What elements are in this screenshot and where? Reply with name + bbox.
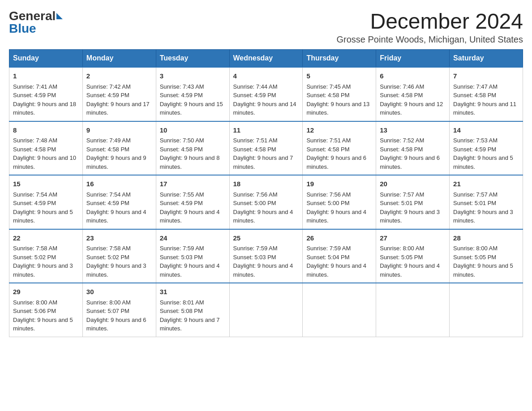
day-number: 23: [86, 233, 152, 244]
day-number: 17: [160, 179, 226, 189]
title-section: December 2024 Grosse Pointe Woods, Michi…: [336, 9, 523, 45]
day-cell: 15 Sunrise: 7:54 AMSunset: 4:59 PMDaylig…: [9, 175, 83, 229]
day-cell: 26 Sunrise: 7:59 AMSunset: 5:04 PMDaylig…: [303, 229, 376, 283]
day-number: 29: [13, 287, 79, 297]
day-info: Sunrise: 7:59 AMSunset: 5:03 PMDaylight:…: [160, 245, 220, 278]
day-cell: 30 Sunrise: 8:00 AMSunset: 5:07 PMDaylig…: [82, 283, 156, 337]
day-number: 26: [306, 233, 372, 244]
day-info: Sunrise: 7:50 AMSunset: 4:58 PMDaylight:…: [160, 137, 220, 170]
day-number: 2: [86, 71, 152, 81]
day-cell: 10 Sunrise: 7:50 AMSunset: 4:58 PMDaylig…: [156, 121, 229, 176]
day-cell: 6 Sunrise: 7:46 AMSunset: 4:58 PMDayligh…: [376, 67, 450, 121]
day-info: Sunrise: 7:41 AMSunset: 4:59 PMDaylight:…: [13, 83, 76, 116]
week-row-5: 29 Sunrise: 8:00 AMSunset: 5:06 PMDaylig…: [9, 283, 523, 337]
day-number: 20: [380, 179, 446, 189]
day-info: Sunrise: 7:55 AMSunset: 4:59 PMDaylight:…: [160, 191, 220, 224]
day-cell: 13 Sunrise: 7:52 AMSunset: 4:58 PMDaylig…: [376, 121, 450, 176]
day-number: 7: [453, 71, 519, 81]
day-info: Sunrise: 7:57 AMSunset: 5:01 PMDaylight:…: [453, 191, 513, 224]
header-row: Sunday Monday Tuesday Wednesday Thursday…: [9, 50, 523, 68]
day-cell: 16 Sunrise: 7:54 AMSunset: 4:59 PMDaylig…: [82, 175, 156, 229]
day-info: Sunrise: 8:00 AMSunset: 5:05 PMDaylight:…: [453, 245, 513, 278]
calendar-table: Sunday Monday Tuesday Wednesday Thursday…: [9, 49, 523, 337]
day-info: Sunrise: 7:43 AMSunset: 4:59 PMDaylight:…: [160, 83, 223, 116]
day-number: 11: [233, 125, 299, 136]
day-number: 22: [13, 233, 79, 244]
day-info: Sunrise: 7:56 AMSunset: 5:00 PMDaylight:…: [306, 191, 366, 224]
day-info: Sunrise: 7:58 AMSunset: 5:02 PMDaylight:…: [86, 245, 146, 278]
month-title: December 2024: [336, 9, 523, 34]
week-row-4: 22 Sunrise: 7:58 AMSunset: 5:02 PMDaylig…: [9, 229, 523, 283]
day-cell: 25 Sunrise: 7:59 AMSunset: 5:03 PMDaylig…: [229, 229, 303, 283]
day-info: Sunrise: 8:00 AMSunset: 5:06 PMDaylight:…: [13, 299, 73, 332]
day-info: Sunrise: 7:47 AMSunset: 4:58 PMDaylight:…: [453, 83, 516, 116]
day-number: 14: [453, 125, 519, 136]
day-cell: 5 Sunrise: 7:45 AMSunset: 4:58 PMDayligh…: [303, 67, 376, 121]
day-info: Sunrise: 7:42 AMSunset: 4:59 PMDaylight:…: [86, 83, 150, 116]
day-cell: 22 Sunrise: 7:58 AMSunset: 5:02 PMDaylig…: [9, 229, 83, 283]
day-cell: 18 Sunrise: 7:56 AMSunset: 5:00 PMDaylig…: [229, 175, 303, 229]
day-info: Sunrise: 8:01 AMSunset: 5:08 PMDaylight:…: [160, 299, 220, 332]
day-number: 13: [380, 125, 446, 136]
day-number: 1: [13, 71, 79, 81]
day-cell: 9 Sunrise: 7:49 AMSunset: 4:58 PMDayligh…: [82, 121, 156, 176]
day-info: Sunrise: 7:59 AMSunset: 5:03 PMDaylight:…: [233, 245, 293, 278]
day-number: 28: [453, 233, 519, 244]
day-info: Sunrise: 7:58 AMSunset: 5:02 PMDaylight:…: [13, 245, 73, 278]
day-cell: 12 Sunrise: 7:51 AMSunset: 4:58 PMDaylig…: [303, 121, 376, 176]
day-cell: [229, 283, 303, 337]
day-cell: 7 Sunrise: 7:47 AMSunset: 4:58 PMDayligh…: [450, 67, 523, 121]
day-number: 8: [13, 125, 79, 136]
day-info: Sunrise: 7:51 AMSunset: 4:58 PMDaylight:…: [233, 137, 293, 170]
day-number: 24: [160, 233, 226, 244]
col-sunday: Sunday: [9, 50, 83, 68]
day-number: 10: [160, 125, 226, 136]
col-saturday: Saturday: [450, 50, 523, 68]
day-number: 21: [453, 179, 519, 189]
day-number: 19: [306, 179, 372, 189]
week-row-1: 1 Sunrise: 7:41 AMSunset: 4:59 PMDayligh…: [9, 67, 523, 121]
week-row-2: 8 Sunrise: 7:48 AMSunset: 4:58 PMDayligh…: [9, 121, 523, 176]
day-cell: 23 Sunrise: 7:58 AMSunset: 5:02 PMDaylig…: [82, 229, 156, 283]
day-cell: 3 Sunrise: 7:43 AMSunset: 4:59 PMDayligh…: [156, 67, 229, 121]
day-cell: 2 Sunrise: 7:42 AMSunset: 4:59 PMDayligh…: [82, 67, 156, 121]
day-number: 15: [13, 179, 79, 189]
day-number: 18: [233, 179, 299, 189]
day-cell: 14 Sunrise: 7:53 AMSunset: 4:59 PMDaylig…: [450, 121, 523, 176]
day-info: Sunrise: 7:59 AMSunset: 5:04 PMDaylight:…: [306, 245, 366, 278]
day-number: 6: [380, 71, 446, 81]
col-thursday: Thursday: [303, 50, 376, 68]
day-info: Sunrise: 7:52 AMSunset: 4:58 PMDaylight:…: [380, 137, 440, 170]
day-info: Sunrise: 7:51 AMSunset: 4:58 PMDaylight:…: [306, 137, 366, 170]
col-tuesday: Tuesday: [156, 50, 229, 68]
week-row-3: 15 Sunrise: 7:54 AMSunset: 4:59 PMDaylig…: [9, 175, 523, 229]
col-wednesday: Wednesday: [229, 50, 303, 68]
logo-blue: Blue: [9, 21, 36, 36]
page-header: General Blue December 2024 Grosse Pointe…: [9, 9, 523, 45]
day-cell: 17 Sunrise: 7:55 AMSunset: 4:59 PMDaylig…: [156, 175, 229, 229]
day-info: Sunrise: 8:00 AMSunset: 5:05 PMDaylight:…: [380, 245, 440, 278]
day-cell: 28 Sunrise: 8:00 AMSunset: 5:05 PMDaylig…: [450, 229, 523, 283]
day-cell: 24 Sunrise: 7:59 AMSunset: 5:03 PMDaylig…: [156, 229, 229, 283]
day-info: Sunrise: 7:56 AMSunset: 5:00 PMDaylight:…: [233, 191, 293, 224]
day-cell: 11 Sunrise: 7:51 AMSunset: 4:58 PMDaylig…: [229, 121, 303, 176]
day-info: Sunrise: 7:45 AMSunset: 4:58 PMDaylight:…: [306, 83, 369, 116]
day-number: 30: [86, 287, 152, 297]
col-monday: Monday: [82, 50, 156, 68]
day-info: Sunrise: 8:00 AMSunset: 5:07 PMDaylight:…: [86, 299, 146, 332]
day-number: 27: [380, 233, 446, 244]
day-cell: [376, 283, 450, 337]
day-cell: 19 Sunrise: 7:56 AMSunset: 5:00 PMDaylig…: [303, 175, 376, 229]
day-info: Sunrise: 7:53 AMSunset: 4:59 PMDaylight:…: [453, 137, 513, 170]
day-info: Sunrise: 7:49 AMSunset: 4:58 PMDaylight:…: [86, 137, 146, 170]
day-number: 25: [233, 233, 299, 244]
day-info: Sunrise: 7:54 AMSunset: 4:59 PMDaylight:…: [13, 191, 73, 224]
day-number: 31: [160, 287, 226, 297]
day-cell: 29 Sunrise: 8:00 AMSunset: 5:06 PMDaylig…: [9, 283, 83, 337]
day-cell: 21 Sunrise: 7:57 AMSunset: 5:01 PMDaylig…: [450, 175, 523, 229]
day-cell: 8 Sunrise: 7:48 AMSunset: 4:58 PMDayligh…: [9, 121, 83, 176]
day-info: Sunrise: 7:44 AMSunset: 4:59 PMDaylight:…: [233, 83, 296, 116]
day-cell: 4 Sunrise: 7:44 AMSunset: 4:59 PMDayligh…: [229, 67, 303, 121]
day-number: 16: [86, 179, 152, 189]
day-number: 4: [233, 71, 299, 81]
